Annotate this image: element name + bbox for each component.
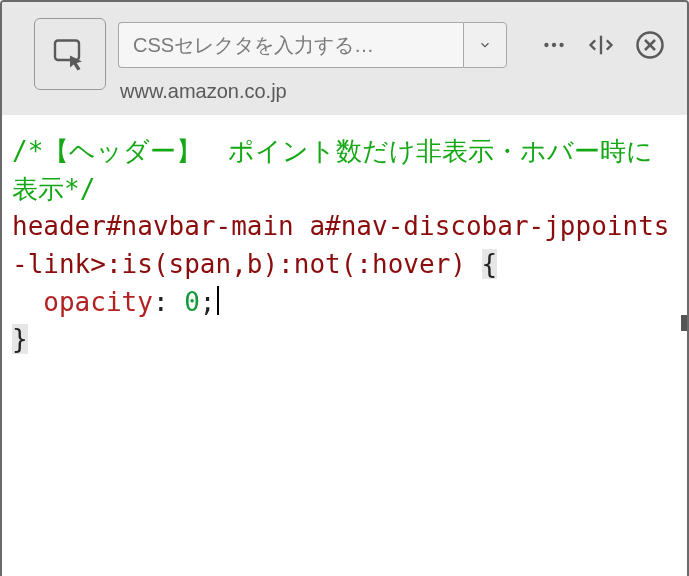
toolbar: www.amazon.co.jp <box>2 2 687 115</box>
code-comment: /*【ヘッダー】 ポイント数だけ非表示・ホバー時に表示*/ <box>12 136 653 204</box>
close-icon <box>635 30 665 60</box>
code-semicolon: ; <box>200 287 216 317</box>
element-picker-button[interactable] <box>34 18 106 90</box>
dock-side-icon <box>587 31 615 59</box>
code-property: opacity <box>43 287 153 317</box>
chevron-down-icon <box>478 38 492 52</box>
selector-input[interactable] <box>118 22 463 68</box>
code-editor[interactable]: /*【ヘッダー】 ポイント数だけ非表示・ホバー時に表示*/ header#nav… <box>2 115 687 576</box>
code-colon: : <box>153 287 184 317</box>
svg-point-3 <box>559 43 563 47</box>
more-horizontal-icon <box>541 32 567 58</box>
svg-rect-0 <box>55 41 79 61</box>
dock-side-button[interactable] <box>585 29 617 61</box>
brace-open: { <box>482 249 498 279</box>
svg-point-2 <box>552 43 556 47</box>
selector-row <box>118 22 507 68</box>
close-button[interactable] <box>633 28 667 62</box>
toolbar-right <box>519 18 667 62</box>
svg-point-1 <box>544 43 548 47</box>
code-selector: header#navbar-main a#nav-discobar-jppoin… <box>12 211 669 279</box>
text-cursor <box>217 286 219 315</box>
element-picker-icon <box>52 36 88 72</box>
scroll-indicator <box>681 315 687 331</box>
toolbar-middle: www.amazon.co.jp <box>118 18 507 103</box>
selector-dropdown[interactable] <box>463 22 507 68</box>
brace-close: } <box>12 324 28 354</box>
domain-label: www.amazon.co.jp <box>118 80 507 103</box>
more-button[interactable] <box>539 30 569 60</box>
code-value: 0 <box>184 287 200 317</box>
